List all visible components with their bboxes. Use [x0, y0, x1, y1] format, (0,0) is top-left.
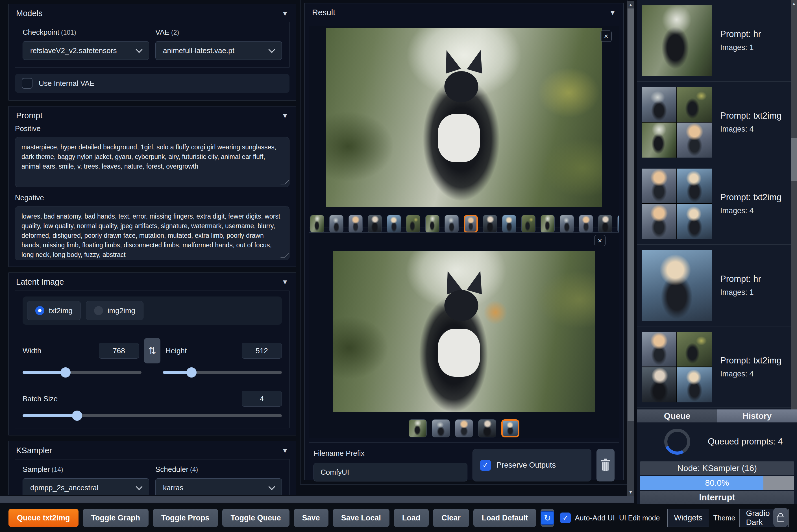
sidebar-scrollbar[interactable]: ▲ [791, 0, 797, 410]
scrollbar-thumb[interactable] [628, 8, 634, 421]
txt2img-radio-option[interactable]: txt2img [27, 301, 81, 320]
widgets-select[interactable]: Widgets [667, 509, 709, 527]
scroll-down-icon[interactable]: ▼ [627, 489, 634, 495]
gallery-thumbnail[interactable] [502, 215, 516, 233]
checkpoint-value: refslaveV2_v2.safetensors [30, 46, 117, 55]
gallery-thumbnail[interactable] [501, 419, 519, 437]
collapse-icon[interactable]: ▼ [282, 10, 288, 18]
queue-history-tabs: Queue History [637, 410, 797, 422]
radio-unselected-icon[interactable] [94, 306, 103, 315]
vae-select[interactable]: animefull-latest.vae.pt [155, 41, 282, 60]
gallery-thumbnail[interactable] [521, 215, 535, 233]
scroll-up-icon[interactable]: ▲ [627, 2, 634, 8]
history-item[interactable]: Prompt: txt2img Images: 4 [637, 163, 791, 245]
gallery-thumbnail[interactable] [560, 215, 574, 233]
gallery-thumbnail[interactable] [387, 215, 401, 233]
auto-add-ui-checkbox[interactable]: ✓ [560, 513, 571, 523]
preserve-outputs-checkbox[interactable]: ✓ [480, 460, 491, 471]
interrupt-button[interactable]: Interrupt [640, 491, 794, 504]
save-local-button[interactable]: Save Local [333, 509, 390, 527]
gallery-thumbnail[interactable] [464, 215, 478, 233]
use-internal-vae-checkbox[interactable] [22, 78, 33, 89]
gallery-thumbnail[interactable] [598, 215, 612, 233]
history-thumbnail[interactable] [642, 5, 712, 76]
scroll-up-icon[interactable]: ▲ [791, 1, 797, 7]
load-button[interactable]: Load [394, 509, 429, 527]
width-slider[interactable] [23, 367, 141, 378]
history-item[interactable]: Prompt: txt2img Images: 4 [637, 82, 791, 163]
gallery-thumbnail[interactable] [425, 215, 439, 233]
history-thumbnail[interactable] [642, 250, 712, 321]
gallery-thumbnail[interactable] [432, 419, 450, 437]
tab-history[interactable]: History [717, 410, 797, 422]
history-thumbnail-grid[interactable] [642, 87, 712, 157]
history-thumbnail-grid[interactable] [642, 332, 712, 402]
batch-size-slider[interactable] [23, 411, 282, 421]
use-internal-vae-row[interactable]: Use Internal VAE [15, 74, 289, 93]
toggle-props-button[interactable]: Toggle Props [153, 509, 218, 527]
history-item[interactable]: Prompt: txt2img Images: 4 [637, 326, 791, 408]
swap-dimensions-button[interactable]: ⇅ [144, 338, 160, 363]
main-vertical-scrollbar[interactable]: ▲ ▼ [627, 1, 634, 496]
gallery-thumbnail[interactable] [478, 419, 496, 437]
slider-handle[interactable] [60, 367, 71, 378]
close-icon[interactable]: × [594, 235, 606, 246]
latent-panel-header[interactable]: Latent Image ▼ [9, 273, 296, 290]
generated-image-preview-2[interactable] [333, 251, 595, 412]
batch-size-input[interactable]: 4 [242, 391, 282, 406]
scrollbar-thumb[interactable] [791, 138, 797, 181]
delete-outputs-button[interactable] [596, 449, 614, 481]
slider-handle[interactable] [72, 411, 82, 421]
gallery-thumbnail[interactable] [409, 419, 427, 437]
toggle-graph-button[interactable]: Toggle Graph [83, 509, 149, 527]
main-horizontal-scrollbar[interactable] [0, 496, 634, 502]
ksampler-panel-header[interactable]: KSampler ▼ [9, 441, 296, 459]
gallery-thumbnail[interactable] [483, 215, 497, 233]
gallery-thumbnail[interactable] [579, 215, 593, 233]
generated-image-preview-1[interactable] [326, 28, 602, 207]
lock-button[interactable] [773, 508, 788, 527]
collapse-icon[interactable]: ▼ [282, 278, 288, 286]
collapse-icon[interactable]: ▼ [282, 112, 288, 120]
clear-button[interactable]: Clear [433, 509, 469, 527]
gallery-thumbnail[interactable] [540, 215, 555, 233]
collapse-icon[interactable]: ▼ [609, 9, 616, 17]
negative-prompt-textarea[interactable]: lowres, bad anatomy, bad hands, text, er… [15, 206, 289, 260]
gallery-thumbnail[interactable] [348, 215, 363, 233]
history-item[interactable]: Prompt: hr Images: 1 [637, 0, 791, 82]
scheduler-select[interactable]: karras [155, 478, 282, 495]
save-button[interactable]: Save [294, 509, 328, 527]
gallery-thumbnail[interactable] [329, 215, 343, 233]
gallery-thumbnail[interactable] [368, 215, 382, 233]
history-item[interactable]: Prompt: hr Images: 1 [637, 245, 791, 326]
filename-prefix-input[interactable]: ComfyUI [314, 463, 468, 481]
height-slider[interactable] [163, 367, 282, 378]
load-default-button[interactable]: Load Default [473, 509, 537, 527]
slider-handle[interactable] [186, 367, 196, 378]
img2img-radio-option[interactable]: img2img [86, 301, 144, 320]
collapse-icon[interactable]: ▼ [282, 447, 288, 455]
queue-txt2img-button[interactable]: Queue txt2img [8, 509, 78, 527]
gallery-thumbnail[interactable] [406, 215, 420, 233]
result-panel-header[interactable]: Result ▼ [305, 3, 623, 21]
refresh-button[interactable]: ↻ [540, 509, 554, 527]
gallery-thumbnail[interactable] [310, 215, 324, 233]
prompt-panel-header[interactable]: Prompt ▼ [9, 107, 296, 124]
positive-prompt-textarea[interactable]: masterpiece, hyper detailed background, … [15, 137, 289, 187]
gallery-thumbnail[interactable] [618, 215, 619, 233]
result-image-viewer-1: × [309, 26, 619, 228]
models-panel-header[interactable]: Models ▼ [9, 4, 296, 22]
tab-queue[interactable]: Queue [637, 410, 717, 422]
close-icon[interactable]: × [601, 31, 612, 42]
preserve-outputs-label: Preserve Outputs [496, 461, 556, 470]
toggle-queue-button[interactable]: Toggle Queue [222, 509, 289, 527]
gallery-thumbnail[interactable] [455, 419, 473, 437]
height-input[interactable]: 512 [242, 343, 282, 359]
gallery-thumbnail[interactable] [444, 215, 459, 233]
width-input[interactable]: 768 [99, 343, 139, 359]
radio-selected-icon[interactable] [35, 306, 44, 315]
sampler-select[interactable]: dpmpp_2s_ancestral [23, 478, 149, 495]
preserve-outputs-row[interactable]: ✓ Preserve Outputs [473, 449, 591, 481]
checkpoint-select[interactable]: refslaveV2_v2.safetensors [23, 41, 149, 60]
history-thumbnail-grid[interactable] [642, 169, 712, 239]
